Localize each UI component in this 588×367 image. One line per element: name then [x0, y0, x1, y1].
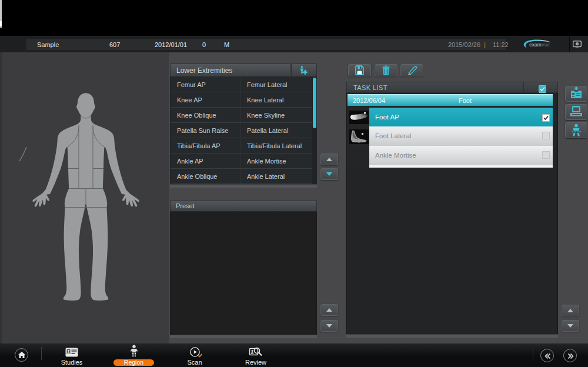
- svg-text:vue: vue: [542, 42, 550, 48]
- svg-text:exam: exam: [529, 42, 542, 48]
